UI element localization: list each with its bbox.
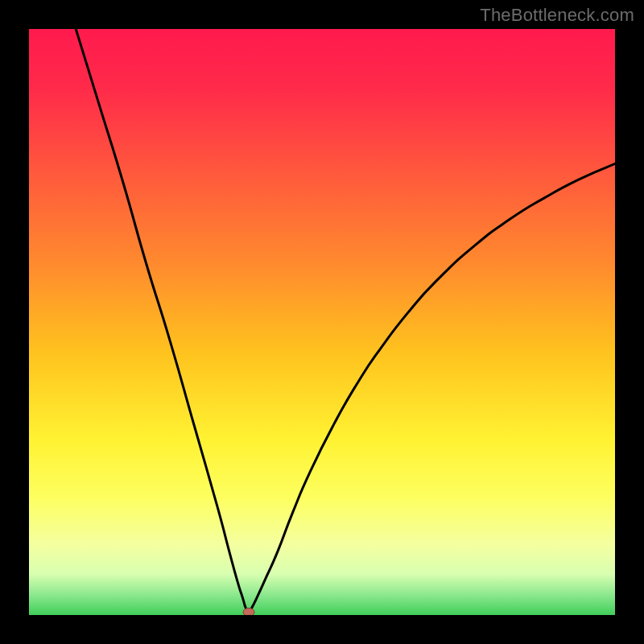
plot-svg bbox=[29, 29, 615, 615]
attribution-text: TheBottleneck.com bbox=[480, 5, 634, 26]
plot-area bbox=[29, 29, 615, 615]
chart-frame: TheBottleneck.com bbox=[0, 0, 644, 644]
optimum-marker bbox=[243, 608, 254, 615]
gradient-background bbox=[29, 29, 615, 615]
